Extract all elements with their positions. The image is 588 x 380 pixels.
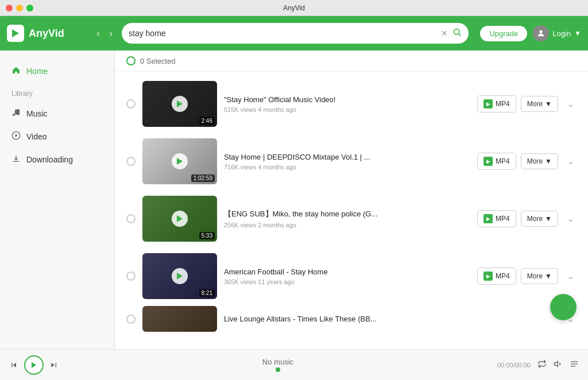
result-title: American Football - Stay Home xyxy=(224,267,385,276)
repeat-button[interactable] xyxy=(537,359,547,371)
expand-button[interactable]: ⌄ xyxy=(565,154,577,168)
selected-count: 0 Selected xyxy=(140,57,175,65)
logo-svg xyxy=(10,28,21,39)
search-bar: ✕ xyxy=(122,23,469,44)
minimize-button[interactable] xyxy=(16,5,23,11)
selection-bar: 0 Selected xyxy=(115,51,588,72)
chevron-down-icon: ▼ xyxy=(545,100,552,108)
search-input[interactable] xyxy=(129,29,436,38)
result-actions: ▶ MP4 More ▼ xyxy=(477,95,558,113)
logo-area: AnyVid xyxy=(7,25,87,42)
window-controls[interactable] xyxy=(6,5,33,11)
back-button[interactable]: ‹ xyxy=(93,26,103,41)
more-button[interactable]: More ▼ xyxy=(521,211,558,227)
more-button[interactable]: More ▼ xyxy=(521,96,558,112)
row-checkbox[interactable] xyxy=(126,157,136,166)
select-all-circle[interactable] xyxy=(126,56,136,65)
play-overlay[interactable] xyxy=(172,96,188,112)
mp4-button[interactable]: ▶ MP4 xyxy=(477,267,516,285)
play-overlay[interactable] xyxy=(172,211,188,227)
table-row: 8:21 American Football - Stay Home 365K … xyxy=(122,249,581,304)
result-info: 【ENG SUB】Miko, the stay home police (G..… xyxy=(224,209,470,228)
download-fab[interactable] xyxy=(550,294,577,320)
player-extra xyxy=(537,359,579,371)
row-checkbox[interactable] xyxy=(126,99,136,108)
mp4-label: MP4 xyxy=(496,157,510,165)
video-label: Video xyxy=(26,132,47,141)
next-button[interactable] xyxy=(49,360,59,370)
svg-marker-10 xyxy=(32,362,36,368)
chevron-down-icon: ▼ xyxy=(545,157,552,165)
result-title: Live Lounge Allstars - Times Like These … xyxy=(224,315,385,323)
svg-marker-11 xyxy=(554,361,558,366)
mp4-button[interactable]: ▶ MP4 xyxy=(477,153,516,170)
table-row: Live Lounge Allstars - Times Like These … xyxy=(122,306,581,332)
sidebar-item-video[interactable]: Video xyxy=(0,125,114,148)
result-meta: 256K views 2 months ago xyxy=(224,222,470,228)
volume-button[interactable] xyxy=(554,359,563,371)
title-bar: AnyVid xyxy=(0,0,588,16)
row-checkbox[interactable] xyxy=(126,272,136,281)
play-button[interactable] xyxy=(24,355,44,375)
mp4-label: MP4 xyxy=(496,100,510,108)
music-label: Music xyxy=(26,109,48,118)
mp4-icon: ▶ xyxy=(483,99,493,108)
player-controls xyxy=(9,355,59,375)
more-label: More xyxy=(527,272,543,280)
sidebar-item-downloading[interactable]: Downloading xyxy=(0,148,114,171)
row-checkbox[interactable] xyxy=(126,315,136,324)
header-right: Upgrade Login ▼ xyxy=(480,25,581,41)
result-info: Live Lounge Allstars - Times Like These … xyxy=(224,315,558,323)
dropdown-arrow-icon: ▼ xyxy=(574,29,581,37)
maximize-button[interactable] xyxy=(26,5,33,11)
mp4-label: MP4 xyxy=(496,272,510,280)
more-button[interactable]: More ▼ xyxy=(521,153,558,169)
expand-button[interactable]: ⌄ xyxy=(565,212,577,226)
svg-marker-0 xyxy=(12,29,19,37)
mp4-button[interactable]: ▶ MP4 xyxy=(477,210,516,227)
clear-icon[interactable]: ✕ xyxy=(441,29,448,38)
header: AnyVid ‹ › ✕ Upgrade Login ▼ xyxy=(0,16,588,51)
sidebar-item-music[interactable]: Music xyxy=(0,102,114,125)
table-row: 5:33 【ENG SUB】Miko, the stay home police… xyxy=(122,191,581,246)
download-icon xyxy=(11,154,21,165)
content-area: 0 Selected 2:46 "Stay Home" Official Mus… xyxy=(115,51,588,349)
result-info: "Stay Home" Official Music Video! 515K v… xyxy=(224,95,470,113)
more-button[interactable]: More ▼ xyxy=(521,268,558,284)
expand-button[interactable]: ⌄ xyxy=(565,97,577,111)
downloading-label: Downloading xyxy=(26,155,73,164)
thumbnail: 1:02:59 xyxy=(142,138,217,184)
more-label: More xyxy=(527,157,543,165)
sidebar-item-home[interactable]: Home xyxy=(0,60,114,83)
more-label: More xyxy=(527,100,543,108)
svg-marker-6 xyxy=(177,100,183,107)
svg-marker-5 xyxy=(16,134,18,137)
svg-marker-9 xyxy=(177,273,183,280)
app-title: AnyVid xyxy=(283,4,305,12)
mp4-button[interactable]: ▶ MP4 xyxy=(477,95,516,113)
home-icon xyxy=(11,65,21,77)
forward-button[interactable]: › xyxy=(106,26,116,41)
svg-line-2 xyxy=(459,34,461,36)
table-row: 2:46 "Stay Home" Official Music Video! 5… xyxy=(122,76,581,131)
chevron-down-icon: ▼ xyxy=(545,215,552,223)
thumbnail: 5:33 xyxy=(142,196,217,242)
main-layout: Home Library Music Video Downloading 0 S… xyxy=(0,51,588,349)
search-icon[interactable] xyxy=(452,28,462,39)
mp4-label: MP4 xyxy=(496,215,510,223)
more-label: More xyxy=(527,215,543,223)
close-button[interactable] xyxy=(6,5,13,11)
prev-button[interactable] xyxy=(9,360,18,370)
mp4-icon: ▶ xyxy=(483,214,493,223)
play-overlay[interactable] xyxy=(172,153,188,169)
result-info: Stay Home | DEEPDISCO Mixtape Vol.1 | ..… xyxy=(224,153,470,170)
expand-button[interactable]: ⌄ xyxy=(565,269,577,283)
table-row: 1:02:59 Stay Home | DEEPDISCO Mixtape Vo… xyxy=(122,134,581,189)
chevron-down-icon: ▼ xyxy=(545,272,552,280)
row-checkbox[interactable] xyxy=(126,214,136,223)
login-area[interactable]: Login ▼ xyxy=(533,25,581,41)
play-overlay[interactable] xyxy=(172,268,188,284)
player-info: No music xyxy=(65,358,490,372)
playlist-button[interactable] xyxy=(570,359,579,371)
upgrade-button[interactable]: Upgrade xyxy=(480,26,527,41)
